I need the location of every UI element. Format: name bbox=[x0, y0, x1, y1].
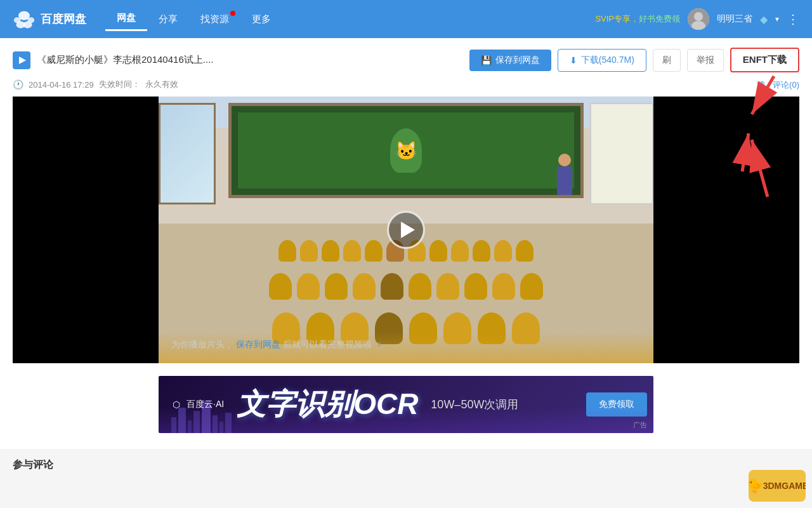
action-buttons: 💾 保存到网盘 ⬇ 下载(540.7M) 刷 举报 ENFT下载 bbox=[469, 48, 799, 72]
ad-banner: ⬡ 百度云·AI 文字识别OCR 10W–50W次调用 免费领取 广告 bbox=[159, 376, 653, 433]
report-button[interactable]: 举报 bbox=[687, 49, 724, 72]
download-button[interactable]: ⬇ 下载(540.7M) bbox=[558, 49, 646, 72]
threedm-text: 3DMGAME bbox=[763, 481, 806, 491]
nav-badge bbox=[230, 11, 235, 16]
expire-label: 失效时间： bbox=[99, 79, 140, 90]
blackboard-inner: 🐱 bbox=[238, 112, 574, 189]
chevron-down-icon[interactable]: ▾ bbox=[775, 15, 779, 23]
file-meta: 🕐 2014-04-16 17:29 失效时间： 永久有效 bbox=[13, 79, 799, 90]
nav-item-findresource[interactable]: 找资源 bbox=[189, 8, 240, 30]
main-content: 《威尼斯的小艇》李志根20140416试上.... 💾 保存到网盘 ⬇ 下载(5… bbox=[0, 38, 812, 449]
logo-text: 百度网盘 bbox=[41, 11, 86, 27]
header-right: SVIP专享，好书免费领 明明三省 ◆ ▾ ⋮ bbox=[595, 8, 799, 30]
expire-value: 永久有效 bbox=[145, 79, 178, 90]
teacher-figure bbox=[555, 154, 574, 198]
enft-download-button[interactable]: ENFT下载 bbox=[730, 48, 799, 72]
blackboard: 🐱 bbox=[228, 103, 584, 198]
video-prompt-close[interactable]: × bbox=[377, 339, 382, 349]
header: 百度网盘 网盘 分享 找资源 更多 SVIP专享，好书免费领 明明三省 ◆ ▾ … bbox=[0, 0, 812, 38]
svg-point-4 bbox=[23, 22, 32, 29]
file-name: 《威尼斯的小艇》李志根20140416试上.... bbox=[37, 54, 213, 66]
video-save-link[interactable]: 保存到网盘 bbox=[236, 339, 280, 349]
video-container: 🐱 bbox=[159, 97, 653, 363]
baidu-logo-icon bbox=[13, 8, 36, 30]
file-type-icon bbox=[13, 51, 30, 69]
avatar-icon bbox=[688, 8, 709, 30]
nav-item-share[interactable]: 分享 bbox=[147, 8, 189, 30]
board-figure: 🐱 bbox=[390, 128, 422, 173]
comment-count[interactable]: 评论(0) bbox=[773, 79, 799, 91]
video-wrapper: 🐱 bbox=[13, 97, 799, 363]
download-icon: ⬇ bbox=[570, 55, 577, 65]
play-button[interactable] bbox=[387, 211, 425, 249]
threedm-character: 🐤 bbox=[749, 478, 763, 494]
student-row-2 bbox=[159, 273, 653, 300]
username[interactable]: 明明三省 bbox=[717, 13, 752, 25]
baidu-cloud-logo: ⬡ 百度云·AI bbox=[171, 398, 224, 411]
play-triangle-icon bbox=[401, 222, 415, 238]
ad-label: 广告 bbox=[633, 420, 647, 430]
comments-section: 参与评论 bbox=[0, 449, 812, 488]
header-more-button[interactable]: ⋮ bbox=[787, 11, 799, 27]
svg-point-6 bbox=[694, 12, 703, 21]
nav-item-more[interactable]: 更多 bbox=[240, 8, 282, 30]
ad-left: ⬡ 百度云·AI bbox=[159, 398, 237, 411]
diamond-icon: ◆ bbox=[760, 13, 768, 25]
ad-logo-text: 百度云·AI bbox=[187, 399, 224, 410]
save-icon: 💾 bbox=[481, 55, 492, 65]
ad-container: ⬡ 百度云·AI 文字识别OCR 10W–50W次调用 免费领取 广告 bbox=[13, 370, 799, 439]
baidu-cloud-icon: ⬡ bbox=[171, 398, 184, 411]
file-date: 2014-04-16 17:29 bbox=[29, 80, 94, 90]
save-to-wangpan-button[interactable]: 💾 保存到网盘 bbox=[469, 50, 551, 71]
like-count[interactable]: 赞 bbox=[757, 79, 765, 91]
window-left bbox=[159, 103, 216, 204]
logo-area[interactable]: 百度网盘 bbox=[13, 8, 86, 30]
clock-icon: 🕐 bbox=[13, 79, 23, 90]
ad-sub-text: 10W–50W次调用 bbox=[418, 397, 586, 412]
share-button[interactable]: 刷 bbox=[653, 49, 681, 72]
comments-title: 参与评论 bbox=[13, 458, 799, 472]
avatar[interactable] bbox=[688, 8, 709, 30]
window-right bbox=[590, 103, 653, 204]
ad-main-text-wrapper: 文字识别OCR bbox=[230, 385, 418, 424]
video-save-prompt: 为你播放片头， 保存到网盘 后就可以看完整视频啦 × bbox=[171, 339, 382, 351]
threedm-logo: 🐤 3DMGAME bbox=[749, 470, 806, 502]
like-comment-row: 赞 评论(0) bbox=[757, 79, 799, 91]
file-info-bar: 《威尼斯的小艇》李志根20140416试上.... 💾 保存到网盘 ⬇ 下载(5… bbox=[13, 48, 799, 72]
nav-items: 网盘 分享 找资源 更多 bbox=[105, 7, 595, 31]
ad-main-text: 文字识别OCR bbox=[237, 385, 418, 424]
file-title-area: 《威尼斯的小艇》李志根20140416试上.... bbox=[13, 51, 469, 69]
nav-item-wangpan[interactable]: 网盘 bbox=[105, 7, 147, 31]
svg-text:⬡: ⬡ bbox=[173, 399, 180, 410]
svip-promo[interactable]: SVIP专享，好书免费领 bbox=[595, 13, 680, 25]
